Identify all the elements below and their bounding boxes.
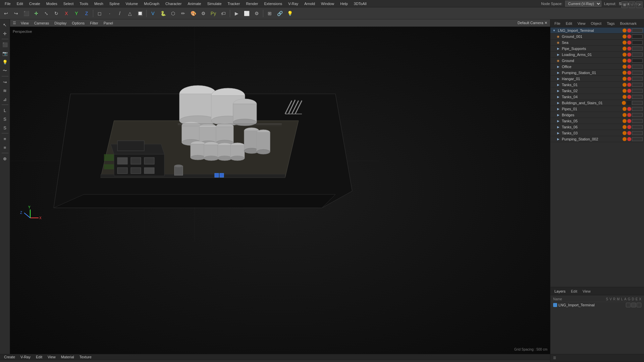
app-menu-animate[interactable]: Animate: [185, 1, 204, 6]
layer-ctrl-1[interactable]: [626, 303, 631, 307]
obj-tanks03[interactable]: ▶ Tanks_03: [550, 130, 644, 136]
app-menu-character[interactable]: Character: [163, 1, 184, 6]
pen-icon[interactable]: ✏: [178, 9, 188, 18]
grid-icon[interactable]: ⊞: [265, 9, 274, 18]
snap-icon[interactable]: 🔗: [275, 9, 284, 18]
tool-select[interactable]: ↖: [1, 21, 9, 29]
live-selection-icon[interactable]: ⬛: [21, 9, 31, 18]
sculpt-icon[interactable]: ⚙: [199, 9, 208, 18]
vp-ctrl-1[interactable]: ⊞: [621, 1, 628, 8]
app-menu-arnold[interactable]: Arnold: [302, 1, 318, 6]
vis-btn7[interactable]: [623, 71, 627, 75]
tool-camera[interactable]: 📷: [1, 49, 9, 57]
mat-menu-vray[interactable]: V-Ray: [19, 354, 32, 360]
right-tab-view[interactable]: View: [575, 21, 588, 26]
mat-ctrl[interactable]: [632, 28, 643, 33]
render-btn14[interactable]: [627, 113, 631, 117]
app-menu-window[interactable]: Window: [318, 1, 337, 6]
mat-preview4[interactable]: [632, 53, 643, 57]
right-tab-object[interactable]: Object: [588, 21, 604, 26]
render-btn9[interactable]: [627, 83, 631, 87]
tool-env[interactable]: S: [1, 124, 9, 132]
light-icon[interactable]: 💡: [285, 9, 294, 18]
render-btn2[interactable]: [627, 41, 631, 45]
app-menu-modes[interactable]: Modes: [44, 1, 60, 6]
vp-ctrl-2[interactable]: ↑: [629, 1, 635, 8]
tool-sky[interactable]: S: [1, 115, 9, 123]
x-axis-icon[interactable]: X: [62, 9, 71, 18]
mat-preview17[interactable]: [632, 131, 643, 135]
tool-field[interactable]: ⊿: [1, 95, 9, 103]
vis-btn15[interactable]: [623, 119, 627, 123]
mat-preview9[interactable]: [632, 83, 643, 87]
app-menu-mesh[interactable]: Mesh: [92, 1, 106, 6]
vis-btn14[interactable]: [623, 113, 627, 117]
mat-menu-view[interactable]: View: [46, 354, 57, 360]
scale-icon[interactable]: ⤡: [42, 9, 51, 18]
vis-btn8[interactable]: [623, 77, 627, 81]
vis-btn3[interactable]: [623, 47, 627, 51]
app-menu-select[interactable]: Select: [61, 1, 76, 6]
obj-pumping002[interactable]: ▶ Pumping_Station_002: [550, 136, 644, 142]
render-ctrl[interactable]: [627, 28, 631, 33]
z-axis-icon[interactable]: Z: [82, 9, 91, 18]
mat-preview12[interactable]: [632, 101, 643, 105]
layer-ctrl-2[interactable]: [631, 303, 636, 307]
obj-ground[interactable]: ◉ Ground: [550, 58, 644, 64]
edge-mode-icon[interactable]: /: [115, 9, 124, 18]
tool-spline[interactable]: 〜: [1, 67, 9, 75]
mat-preview6[interactable]: [632, 65, 643, 69]
render-btn16[interactable]: [627, 125, 631, 129]
obj-tanks01[interactable]: ▶ Tanks_01: [550, 82, 644, 88]
vp-ctrl-3[interactable]: ↗: [636, 1, 643, 8]
vis-btn5[interactable]: [623, 59, 627, 63]
point-mode-icon[interactable]: ·: [105, 9, 114, 18]
vis-btn4[interactable]: [623, 53, 627, 57]
obj-root[interactable]: ▼ LNG_Import_Terminal: [550, 27, 644, 34]
mat-preview8[interactable]: [632, 77, 643, 81]
mat-menu-create[interactable]: Create: [3, 354, 16, 360]
obj-pipe-supports[interactable]: ▶ Pipe_Supports: [550, 46, 644, 52]
vis-btn6[interactable]: [623, 65, 627, 69]
coord-hamburger[interactable]: ☰: [552, 356, 557, 360]
mat-preview16[interactable]: [632, 125, 643, 129]
vis-btn[interactable]: [623, 35, 627, 39]
right-tab-tags[interactable]: Tags: [604, 21, 617, 26]
vp-tab-filter[interactable]: Filter: [88, 21, 100, 25]
layers-edit-tab[interactable]: Edit: [570, 289, 579, 294]
vis-btn17[interactable]: [623, 131, 627, 135]
render-btn18[interactable]: [627, 137, 631, 141]
python-icon[interactable]: 🐍: [158, 9, 168, 18]
app-menu-spline[interactable]: Spline: [107, 1, 122, 6]
3d-scene[interactable]: X Y Z: [10, 27, 550, 354]
obj-ground001[interactable]: ◉ Ground_001: [550, 34, 644, 40]
tool-deform[interactable]: ↝: [1, 78, 9, 86]
vis-btn2[interactable]: [623, 41, 627, 45]
render-btn[interactable]: [627, 35, 631, 39]
tool-effector[interactable]: ≋: [1, 86, 9, 95]
obj-bridges[interactable]: ▶ Bridges: [550, 112, 644, 118]
obj-tanks06[interactable]: ▶ Tanks_06: [550, 124, 644, 130]
tool-light[interactable]: 💡: [1, 58, 9, 66]
mat-preview13[interactable]: [632, 107, 643, 111]
vis-btn12[interactable]: [622, 101, 626, 105]
vp-tab-panel[interactable]: Panel: [102, 21, 115, 25]
vray-icon[interactable]: V: [148, 9, 158, 18]
app-menu-create[interactable]: Create: [26, 1, 43, 6]
app-menu-mograph[interactable]: MoGraph: [141, 1, 162, 6]
vp-tab-options[interactable]: Options: [70, 21, 87, 25]
mat-preview5[interactable]: [632, 59, 643, 63]
mat-menu-edit[interactable]: Edit: [35, 354, 44, 360]
mat-preview2[interactable]: [632, 41, 643, 45]
tool-layer[interactable]: ≡: [1, 135, 9, 143]
obj3d-icon[interactable]: ⬡: [168, 9, 178, 18]
app-menu-tracker[interactable]: Tracker: [225, 1, 243, 6]
app-menu-render[interactable]: Render: [243, 1, 261, 6]
mat-preview3[interactable]: [632, 47, 643, 51]
render-region-icon[interactable]: ⬜: [242, 9, 251, 18]
render-settings-icon[interactable]: ⚙: [252, 9, 261, 18]
right-tab-bookmark[interactable]: Bookmark: [617, 21, 639, 26]
vis-ctrl[interactable]: [623, 28, 627, 33]
vis-btn11[interactable]: [623, 95, 627, 99]
hide-ctrl[interactable]: [627, 101, 631, 105]
